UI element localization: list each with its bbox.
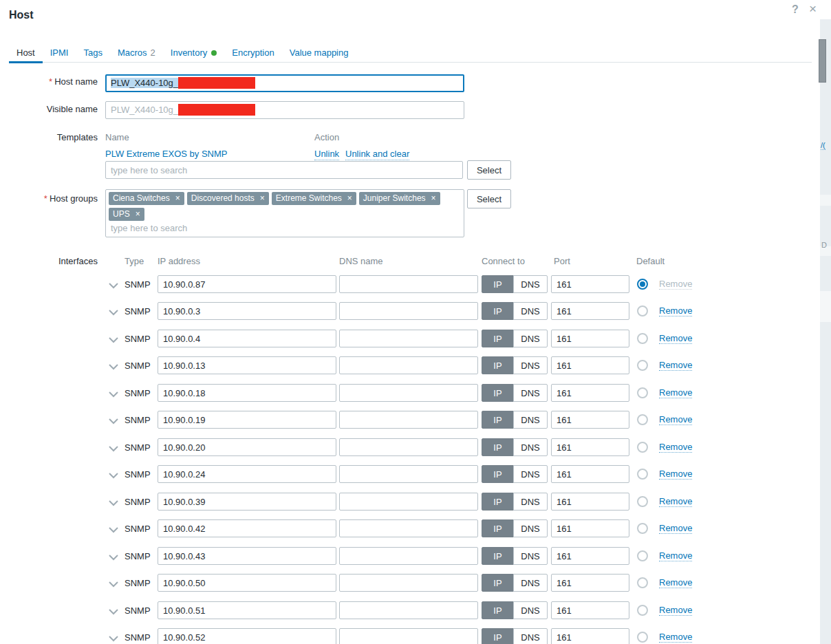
chevron-down-icon[interactable] (109, 471, 118, 481)
default-radio[interactable] (637, 387, 648, 398)
interface-ip-input[interactable] (158, 356, 336, 374)
chevron-down-icon[interactable] (109, 498, 118, 508)
close-icon[interactable]: × (809, 1, 817, 17)
default-radio[interactable] (637, 279, 648, 290)
interface-dns-input[interactable] (339, 574, 478, 592)
connect-dns-button[interactable]: DNS (513, 465, 548, 483)
chevron-down-icon[interactable] (109, 362, 118, 372)
help-icon[interactable]: ? (792, 3, 799, 16)
interface-dns-input[interactable] (339, 411, 478, 429)
connect-ip-button[interactable]: IP (482, 601, 514, 619)
connect-ip-button[interactable]: IP (482, 302, 514, 320)
interface-port-input[interactable] (551, 275, 629, 293)
connect-dns-button[interactable]: DNS (513, 411, 548, 429)
interface-dns-input[interactable] (339, 519, 478, 537)
connect-dns-button[interactable]: DNS (513, 330, 548, 347)
interface-port-input[interactable] (551, 384, 629, 402)
tab-host[interactable]: Host (9, 45, 43, 63)
tab-value-mapping[interactable]: Value mapping (282, 45, 356, 62)
connect-ip-button[interactable]: IP (482, 465, 514, 483)
tab-macros[interactable]: Macros2 (110, 45, 163, 62)
remove-link[interactable]: Remove (659, 469, 692, 480)
remove-link[interactable]: Remove (659, 632, 692, 643)
connect-dns-button[interactable]: DNS (513, 356, 548, 374)
interface-port-input[interactable] (551, 547, 629, 565)
chevron-down-icon[interactable] (109, 634, 118, 644)
chevron-down-icon[interactable] (109, 416, 118, 427)
remove-link[interactable]: Remove (659, 577, 692, 588)
interface-ip-input[interactable] (158, 438, 336, 456)
connect-ip-button[interactable]: IP (482, 574, 514, 592)
interface-port-input[interactable] (551, 574, 629, 592)
interface-port-input[interactable] (551, 601, 629, 619)
chip-remove-icon[interactable]: × (431, 193, 436, 203)
interface-ip-input[interactable] (158, 384, 336, 402)
default-radio[interactable] (637, 305, 648, 316)
interface-ip-input[interactable] (158, 302, 336, 320)
remove-link[interactable]: Remove (659, 523, 692, 534)
interface-port-input[interactable] (551, 411, 629, 429)
remove-link[interactable]: Remove (659, 305, 692, 316)
chevron-down-icon[interactable] (109, 552, 118, 563)
connect-dns-button[interactable]: DNS (513, 601, 548, 619)
interface-dns-input[interactable] (339, 547, 478, 565)
chip-remove-icon[interactable]: × (136, 209, 140, 219)
connect-dns-button[interactable]: DNS (513, 493, 548, 511)
connect-dns-button[interactable]: DNS (513, 628, 548, 644)
interface-ip-input[interactable] (158, 493, 336, 511)
default-radio[interactable] (637, 632, 648, 643)
remove-link[interactable]: Remove (659, 333, 692, 344)
unlink-and-clear-link[interactable]: Unlink and clear (345, 149, 409, 160)
chip-remove-icon[interactable]: × (347, 193, 352, 203)
linked-template-link[interactable]: PLW Extreme EXOS by SNMP (105, 149, 227, 159)
interface-port-input[interactable] (551, 302, 629, 320)
connect-ip-button[interactable]: IP (482, 330, 514, 347)
default-radio[interactable] (637, 523, 648, 534)
template-select-button[interactable]: Select (467, 160, 511, 180)
interface-dns-input[interactable] (339, 465, 478, 483)
default-radio[interactable] (637, 360, 648, 371)
connect-ip-button[interactable]: IP (482, 411, 514, 429)
connect-dns-button[interactable]: DNS (513, 438, 548, 456)
connect-ip-button[interactable]: IP (482, 628, 514, 644)
interface-dns-input[interactable] (339, 330, 478, 347)
interface-dns-input[interactable] (339, 384, 478, 402)
connect-dns-button[interactable]: DNS (513, 519, 548, 537)
template-search-input[interactable] (105, 161, 463, 179)
connect-dns-button[interactable]: DNS (513, 547, 548, 565)
chip-remove-icon[interactable]: × (175, 193, 180, 203)
interface-ip-input[interactable] (158, 601, 336, 619)
interface-ip-input[interactable] (158, 275, 336, 293)
remove-link[interactable]: Remove (659, 387, 692, 398)
interface-dns-input[interactable] (339, 302, 478, 320)
interface-ip-input[interactable] (158, 330, 336, 347)
interface-dns-input[interactable] (339, 438, 478, 456)
unlink-link[interactable]: Unlink (314, 149, 339, 160)
remove-link[interactable]: Remove (659, 605, 692, 616)
connect-ip-button[interactable]: IP (482, 547, 514, 565)
connect-dns-button[interactable]: DNS (513, 384, 548, 402)
connect-ip-button[interactable]: IP (482, 438, 514, 456)
remove-link[interactable]: Remove (659, 496, 692, 507)
interface-ip-input[interactable] (158, 547, 336, 565)
tab-ipmi[interactable]: IPMI (43, 45, 76, 62)
tab-tags[interactable]: Tags (76, 45, 109, 62)
chevron-down-icon[interactable] (109, 308, 118, 318)
chevron-down-icon[interactable] (109, 525, 118, 535)
default-radio[interactable] (637, 496, 648, 507)
chip-remove-icon[interactable]: × (260, 193, 265, 203)
default-radio[interactable] (637, 577, 648, 588)
connect-dns-button[interactable]: DNS (513, 302, 548, 320)
chevron-down-icon[interactable] (109, 281, 118, 291)
host-groups-multiselect[interactable]: Ciena Switches× Discovered hosts× Extrem… (105, 189, 464, 237)
host-groups-select-button[interactable]: Select (467, 189, 511, 208)
host-name-input[interactable]: PLW_X440-10g_ (105, 74, 464, 92)
interface-ip-input[interactable] (158, 574, 336, 592)
default-radio[interactable] (637, 442, 648, 453)
interface-port-input[interactable] (551, 628, 629, 644)
connect-ip-button[interactable]: IP (482, 356, 514, 374)
interface-ip-input[interactable] (158, 411, 336, 429)
interface-dns-input[interactable] (339, 275, 478, 293)
interface-dns-input[interactable] (339, 628, 478, 644)
interface-dns-input[interactable] (339, 493, 478, 511)
